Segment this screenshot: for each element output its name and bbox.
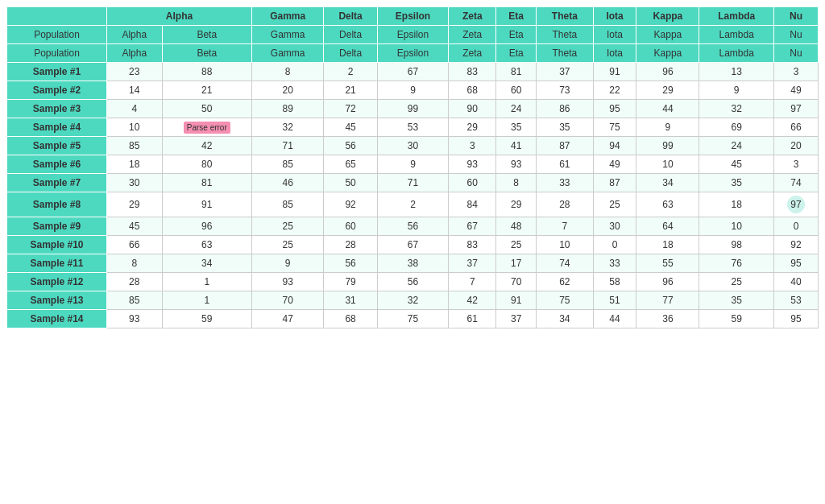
col2-kappa: Kappa xyxy=(636,44,699,63)
table-cell: 56 xyxy=(377,273,448,291)
table-cell: 21 xyxy=(324,81,377,100)
table-cell: 34 xyxy=(162,254,251,273)
table-cell: 2 xyxy=(324,63,377,81)
table-row: Sample #21421202196860732229949 xyxy=(7,81,819,100)
col-kappa: Kappa xyxy=(636,26,699,44)
table-cell: 73 xyxy=(537,81,594,100)
table-cell: 74 xyxy=(774,174,819,192)
table-cell: 72 xyxy=(324,100,377,118)
col2-beta: Beta xyxy=(162,44,251,63)
table-cell: 29 xyxy=(107,192,163,217)
table-cell: 81 xyxy=(162,174,251,192)
row-label: Sample #8 xyxy=(7,192,107,217)
table-row: Sample #1385170313242917551773553 xyxy=(7,291,819,310)
table-cell: 36 xyxy=(636,310,699,328)
group-gamma: Gamma xyxy=(251,7,323,26)
group-nu: Nu xyxy=(774,7,819,26)
table-cell: 97 xyxy=(774,192,819,217)
table-cell: 97 xyxy=(774,100,819,118)
col-lambda: Lambda xyxy=(699,26,774,44)
table-cell: 20 xyxy=(251,81,323,100)
table-cell: 45 xyxy=(324,118,377,137)
table-cell: 74 xyxy=(537,254,594,273)
table-cell: 67 xyxy=(449,217,496,236)
table-cell: 49 xyxy=(593,155,636,174)
table-cell: 93 xyxy=(251,273,323,291)
table-cell: 22 xyxy=(593,81,636,100)
col-nu: Nu xyxy=(774,26,819,44)
table-cell: 34 xyxy=(636,174,699,192)
table-row: Sample #410Parse error324553293535759696… xyxy=(7,118,819,137)
row-label: Sample #14 xyxy=(7,310,107,328)
table-cell: 79 xyxy=(324,273,377,291)
table-cell: 64 xyxy=(636,217,699,236)
col2-delta: Delta xyxy=(324,44,377,63)
table-cell: 8 xyxy=(251,63,323,81)
group-lambda: Lambda xyxy=(699,7,774,26)
table-cell: 35 xyxy=(496,118,537,137)
header-row-2: Population Alpha Beta Gamma Delta Epsilo… xyxy=(7,26,819,44)
table-cell: 88 xyxy=(162,63,251,81)
table-row: Sample #730814650716083387343574 xyxy=(7,174,819,192)
table-cell: 31 xyxy=(324,291,377,310)
group-iota: Iota xyxy=(593,7,636,26)
table-cell: 93 xyxy=(449,155,496,174)
table-cell: 61 xyxy=(449,310,496,328)
table-cell: 32 xyxy=(251,118,323,137)
table-cell: 21 xyxy=(162,81,251,100)
table-cell: 91 xyxy=(593,63,636,81)
row-label: Sample #9 xyxy=(7,217,107,236)
table-cell: 9 xyxy=(377,81,448,100)
table-cell: 32 xyxy=(377,291,448,310)
table-cell: 35 xyxy=(699,291,774,310)
table-cell: 37 xyxy=(496,310,537,328)
table-cell: 91 xyxy=(162,192,251,217)
table-cell: 96 xyxy=(162,217,251,236)
corner-header-3: Population xyxy=(7,44,107,63)
col-beta: Beta xyxy=(162,26,251,44)
table-cell: 53 xyxy=(377,118,448,137)
table-cell: 14 xyxy=(107,81,163,100)
table-cell: 56 xyxy=(324,137,377,155)
table-cell: 56 xyxy=(324,254,377,273)
table-cell: 75 xyxy=(377,310,448,328)
row-label: Sample #13 xyxy=(7,291,107,310)
table-cell: 33 xyxy=(537,174,594,192)
table-cell: Parse error xyxy=(162,118,251,137)
table-cell: 1 xyxy=(162,273,251,291)
table-cell: 47 xyxy=(251,310,323,328)
table-row: Sample #122819379567706258962540 xyxy=(7,273,819,291)
table-cell: 95 xyxy=(774,310,819,328)
table-cell: 62 xyxy=(537,273,594,291)
table-cell: 90 xyxy=(449,100,496,118)
col2-alpha: Alpha xyxy=(107,44,163,63)
table-cell: 2 xyxy=(377,192,448,217)
data-table: Alpha Gamma Delta Epsilon Zeta Eta Theta… xyxy=(6,6,819,328)
table-cell: 45 xyxy=(107,217,163,236)
table-cell: 99 xyxy=(636,137,699,155)
table-cell: 9 xyxy=(699,81,774,100)
row-label: Sample #4 xyxy=(7,118,107,137)
corner-header-1 xyxy=(7,7,107,26)
table-cell: 99 xyxy=(377,100,448,118)
table-cell: 3 xyxy=(449,137,496,155)
table-cell: 40 xyxy=(774,273,819,291)
table-cell: 9 xyxy=(636,118,699,137)
col2-gamma: Gamma xyxy=(251,44,323,63)
table-cell: 24 xyxy=(496,100,537,118)
table-cell: 0 xyxy=(774,217,819,236)
table-cell: 60 xyxy=(449,174,496,192)
group-eta: Eta xyxy=(496,7,537,26)
table-cell: 35 xyxy=(537,118,594,137)
table-cell: 10 xyxy=(537,236,594,254)
table-cell: 96 xyxy=(636,273,699,291)
table-cell: 66 xyxy=(107,236,163,254)
table-row: Sample #94596256056674873064100 xyxy=(7,217,819,236)
table-row: Sample #1066632528678325100189892 xyxy=(7,236,819,254)
table-cell: 51 xyxy=(593,291,636,310)
table-cell: 24 xyxy=(699,137,774,155)
table-cell: 87 xyxy=(593,174,636,192)
table-cell: 37 xyxy=(449,254,496,273)
table-cell: 30 xyxy=(107,174,163,192)
table-cell: 84 xyxy=(449,192,496,217)
